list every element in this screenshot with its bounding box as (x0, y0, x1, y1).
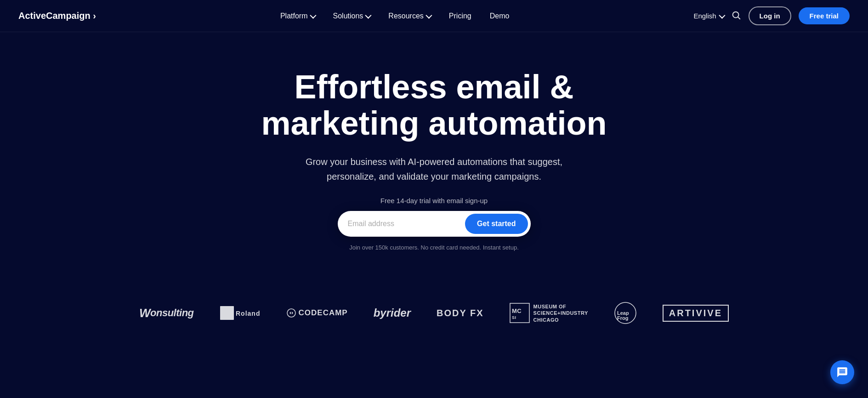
nav-center: Platform Solutions Resources Pricing Dem… (273, 8, 516, 24)
email-input[interactable] (348, 220, 465, 228)
chat-bubble[interactable] (830, 360, 854, 384)
logo-byrider: byrider (374, 307, 411, 319)
svg-text:R: R (221, 311, 225, 317)
logo-artivive: ARTIVIVE (663, 305, 729, 322)
svg-line-1 (738, 17, 740, 19)
brand-arrow: › (93, 11, 96, 21)
navbar: ActiveCampaign › Platform Solutions Reso… (0, 0, 868, 32)
chevron-down-icon (310, 12, 316, 18)
svg-text:MC: MC (512, 307, 522, 314)
get-started-button[interactable]: Get started (465, 214, 528, 234)
svg-text:Roland: Roland (236, 310, 260, 317)
hero-section: Effortless email & marketing automation … (0, 32, 868, 279)
search-icon[interactable] (731, 10, 741, 22)
trial-label: Free 14-day trial with email sign-up (380, 197, 488, 205)
nav-right: English Log in Free trial (693, 6, 850, 25)
email-form: Get started (338, 211, 531, 237)
logo-leapfrog: Leap Frog (614, 301, 637, 324)
logo-roland: R Roland (220, 306, 261, 320)
svg-text:SI: SI (512, 315, 516, 320)
logos-section: Wonsulting R Roland CodeCamp byrider BOD… (0, 279, 868, 343)
nav-item-platform[interactable]: Platform (273, 8, 322, 24)
chevron-down-icon (365, 12, 372, 18)
nav-item-resources[interactable]: Resources (381, 8, 437, 24)
hero-title: Effortless email & marketing automation (227, 69, 641, 142)
svg-point-5 (287, 309, 295, 317)
logo-codecamp: CodeCamp (287, 308, 348, 318)
logo-museum: MC SI museum of science+industry chicago (510, 303, 588, 323)
trust-text: Join over 150k customers. No credit card… (349, 244, 519, 251)
nav-item-pricing[interactable]: Pricing (442, 8, 479, 24)
logo-bodyfx: BODY FX (437, 308, 484, 318)
chevron-down-icon (425, 12, 432, 18)
nav-item-solutions[interactable]: Solutions (326, 8, 378, 24)
chevron-down-icon (719, 12, 725, 18)
svg-text:Frog: Frog (617, 315, 628, 321)
logo-wonsulting: Wonsulting (139, 306, 194, 320)
hero-subtitle: Grow your business with AI-powered autom… (283, 154, 586, 184)
language-selector[interactable]: English (693, 12, 723, 20)
free-trial-button[interactable]: Free trial (799, 7, 850, 24)
login-button[interactable]: Log in (749, 6, 791, 25)
brand-logo[interactable]: ActiveCampaign › (18, 11, 96, 21)
nav-item-demo[interactable]: Demo (482, 8, 517, 24)
